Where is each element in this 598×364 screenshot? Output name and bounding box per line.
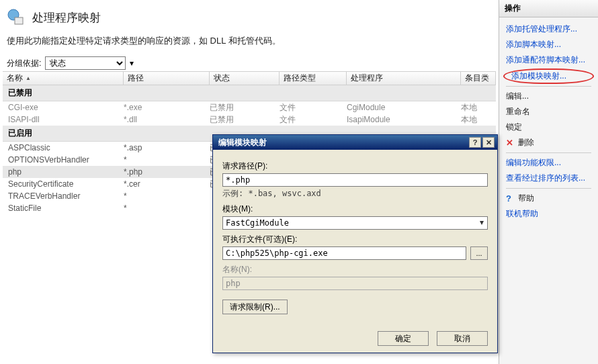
col-name[interactable]: 名称▲ (3, 72, 124, 85)
col-ptype[interactable]: 路径类型 (280, 72, 347, 85)
edit-module-mapping-dialog: 编辑模块映射 ? ✕ 请求路径(P): 示例: *.bas, wsvc.axd … (212, 134, 498, 353)
action-edit[interactable]: 编辑... (502, 89, 595, 104)
table-row[interactable]: ISAPI-dll*.dll已禁用文件IsapiModule本地 (3, 113, 496, 126)
action-add-managed[interactable]: 添加托管处理程序... (502, 21, 595, 37)
help-icon: ? (506, 193, 514, 203)
page-title: 处理程序映射 (32, 10, 101, 26)
module-select[interactable] (222, 216, 488, 230)
page-description: 使用此功能指定处理特定请求类型的响应的资源，如 DLL 和托管代码。 (3, 34, 496, 56)
group-by-select[interactable]: 状态 (45, 56, 126, 70)
separator (506, 188, 591, 189)
ok-button[interactable]: 确定 (378, 331, 429, 346)
actions-panel: 操作 添加托管处理程序... 添加脚本映射... 添加通配符脚本映射... 添加… (499, 0, 598, 364)
dialog-title: 编辑模块映射 (216, 137, 468, 148)
group-by-separator: ▾ (130, 58, 134, 68)
action-delete[interactable]: ✕删除 (502, 135, 595, 150)
request-path-label: 请求路径(P): (222, 161, 488, 172)
dialog-help-button[interactable]: ? (469, 137, 481, 148)
name-label: 名称(N): (222, 264, 488, 275)
section-disabled[interactable]: 已禁用 (3, 85, 496, 101)
executable-label: 可执行文件(可选)(E): (222, 234, 488, 245)
dialog-close-button[interactable]: ✕ (482, 137, 495, 148)
actions-header: 操作 (499, 0, 598, 17)
action-online-help[interactable]: 联机帮助 (502, 206, 595, 222)
sort-arrow-icon: ▲ (26, 75, 31, 81)
separator (506, 152, 591, 153)
request-path-example: 示例: *.bas, wsvc.axd (222, 188, 488, 199)
module-label: 模块(M): (222, 203, 488, 215)
dialog-titlebar[interactable]: 编辑模块映射 ? ✕ (213, 135, 497, 150)
action-add-script[interactable]: 添加脚本映射... (502, 37, 595, 52)
cancel-button[interactable]: 取消 (437, 331, 488, 346)
name-input (222, 277, 488, 290)
request-restrictions-button[interactable]: 请求限制(R)... (222, 300, 288, 314)
delete-icon: ✕ (506, 138, 514, 148)
action-help[interactable]: ?帮助 (502, 191, 595, 206)
action-rename[interactable]: 重命名 (502, 104, 595, 120)
separator (506, 86, 591, 87)
col-entry[interactable]: 条目类 (461, 72, 496, 85)
handler-mapping-icon (7, 8, 26, 27)
page-header: 处理程序映射 (3, 5, 496, 34)
request-path-input[interactable] (222, 173, 488, 187)
table-row[interactable]: CGI-exe*.exe已禁用文件CgiModule本地 (3, 101, 496, 113)
action-add-module[interactable]: 添加模块映射... (503, 69, 594, 84)
action-add-wildcard[interactable]: 添加通配符脚本映射... (502, 52, 595, 68)
grid-header[interactable]: 名称▲ 路径 状态 路径类型 处理程序 条目类 (3, 72, 496, 85)
col-state[interactable]: 状态 (210, 72, 280, 85)
executable-input[interactable] (222, 246, 466, 260)
browse-button[interactable]: ... (470, 246, 488, 260)
group-by-label: 分组依据: (7, 58, 41, 69)
col-path[interactable]: 路径 (124, 72, 210, 85)
col-handler[interactable]: 处理程序 (347, 72, 461, 85)
svg-rect-1 (15, 17, 23, 24)
action-edit-permissions[interactable]: 编辑功能权限... (502, 155, 595, 171)
action-lock[interactable]: 锁定 (502, 120, 595, 135)
action-view-ordered[interactable]: 查看经过排序的列表... (502, 171, 595, 186)
